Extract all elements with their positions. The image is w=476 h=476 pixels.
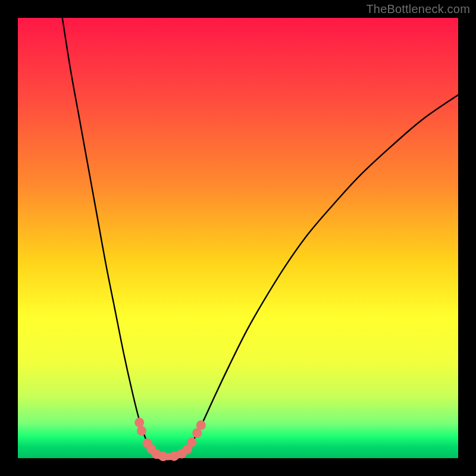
chart-marker: [196, 421, 206, 430]
curve-group: [62, 18, 458, 456]
chart-marker: [158, 452, 168, 461]
watermark-text: TheBottleneck.com: [366, 2, 470, 16]
chart-marker: [134, 418, 144, 427]
chart-frame: TheBottleneck.com: [0, 0, 476, 476]
marker-group: [134, 418, 206, 461]
chart-plot-area: [18, 18, 458, 458]
curve-right-branch: [187, 95, 458, 449]
chart-svg: [18, 18, 458, 458]
curve-left-branch: [62, 18, 151, 449]
chart-marker: [187, 437, 196, 447]
chart-marker: [137, 426, 146, 436]
